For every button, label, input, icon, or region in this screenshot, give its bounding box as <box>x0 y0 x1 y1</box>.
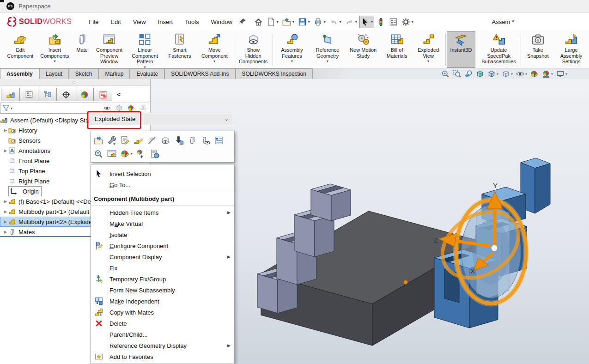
dropdown-caret-icon[interactable]: ▾ <box>551 72 553 76</box>
expand-arrow-icon[interactable]: ▶ <box>3 199 8 204</box>
menu-item-add-to-favorites[interactable]: Add to Favorites <box>91 351 234 362</box>
ribbon-edit-component-button[interactable]: Edit Component <box>4 31 37 68</box>
ribbon-smart-fasteners-button[interactable]: Smart Fasteners <box>163 31 197 68</box>
eye-button[interactable] <box>101 103 113 114</box>
zoom-to-selection-button[interactable] <box>94 149 103 158</box>
options-list-button[interactable] <box>388 16 399 28</box>
menu-item-invert-selection[interactable]: Invert Selection <box>91 168 234 179</box>
tab-solidworks-inspection[interactable]: SOLIDWORKS Inspection <box>236 68 313 79</box>
dropdown-caret-icon[interactable]: ▾ <box>291 59 293 63</box>
appearance-part-button[interactable] <box>134 136 143 145</box>
ribbon-component-preview-button[interactable]: Component Preview Window <box>91 31 127 68</box>
ribbon-large-assembly-button[interactable]: Large Assembly Settings <box>553 31 589 68</box>
dropdown-caret-icon[interactable]: ▾ <box>131 152 133 156</box>
ribbon-exploded-view-button[interactable]: Exploded View▾ <box>413 31 443 68</box>
menu-tools[interactable]: Tools <box>180 16 204 28</box>
ribbon-instant3d-button[interactable]: Instant3D <box>447 31 475 68</box>
panel-tab-dimxpertmanager[interactable] <box>56 88 75 101</box>
ghost-eye-button[interactable] <box>137 103 149 114</box>
ribbon-speedpak-button[interactable]: Update SpeedPak Subassemblies <box>478 31 519 68</box>
dropdown-caret-icon[interactable]: ▾ <box>565 72 567 76</box>
apply-scene-button[interactable]: ▾ <box>542 70 553 78</box>
dropdown-caret-icon[interactable]: ▾ <box>497 72 498 76</box>
expand-arrow-icon[interactable]: ▶ <box>3 148 8 153</box>
splitter-handle-icon[interactable] <box>73 81 75 84</box>
view-mates-button[interactable] <box>201 136 210 145</box>
panel-tab-inspection[interactable] <box>93 88 112 101</box>
material-button[interactable] <box>150 149 159 158</box>
menu-item-configure-component[interactable]: Configure Component <box>91 240 234 251</box>
menu-item-hidden-tree-items[interactable]: Hidden Tree Items▶ <box>91 207 234 218</box>
panel-splitter[interactable] <box>0 79 150 86</box>
ribbon-reference-geometry-button[interactable]: Reference Geometry▾ <box>310 31 346 68</box>
home-button[interactable] <box>253 16 264 28</box>
ribbon-motion-study-button[interactable]: New Motion Study <box>346 31 381 68</box>
print-button[interactable]: ▾ <box>312 16 327 28</box>
edit-appearance-button[interactable] <box>530 70 539 78</box>
ribbon-bom-button[interactable]: Bill of Materials <box>381 31 413 68</box>
ribbon-assembly-features-button[interactable]: Assembly Features▾ <box>274 31 310 68</box>
ribbon-move-component-button[interactable]: Move Component▾ <box>197 31 232 68</box>
dropdown-caret-icon[interactable]: ▾ <box>308 20 310 24</box>
tab-sketch[interactable]: Sketch <box>69 68 99 79</box>
menu-item-temporary-fix-group[interactable]: Temporary Fix/Group <box>91 273 234 285</box>
zoom-area-button[interactable] <box>453 70 461 78</box>
zoom-fit-button[interactable] <box>441 70 449 78</box>
dropdown-caret-icon[interactable]: ▾ <box>412 20 413 24</box>
menu-item-reference-geometry-display[interactable]: Reference Geometry Display▶ <box>91 340 234 351</box>
tab-assembly[interactable]: Assembly <box>0 68 39 79</box>
dropdown-caret-icon[interactable]: ▾ <box>525 72 527 76</box>
tree-filter-input[interactable]: ▾ <box>0 103 101 114</box>
tab-evaluate[interactable]: Evaluate <box>130 68 164 79</box>
dropdown-caret-icon[interactable]: ▾ <box>427 59 429 63</box>
tab-markup[interactable]: Markup <box>98 68 130 79</box>
redo-button[interactable]: ▾ <box>344 16 358 28</box>
menu-insert[interactable]: Insert <box>153 16 178 28</box>
dropdown-caret-icon[interactable]: ▾ <box>324 20 326 24</box>
section-view-button[interactable] <box>476 70 484 78</box>
menu-item-isolate[interactable]: Isolate <box>91 229 234 240</box>
panel-tab-displaymanager[interactable] <box>75 88 94 101</box>
triad-center-handle[interactable] <box>491 245 498 251</box>
menu-view[interactable]: View <box>128 16 151 28</box>
tab-solidworks-add-ins[interactable]: SOLIDWORKS Add-Ins <box>164 68 235 79</box>
insert-part-arrow-button[interactable] <box>174 136 183 145</box>
menu-item-parent-child[interactable]: Parent/Child... <box>91 329 234 340</box>
edit-doc-button[interactable] <box>121 136 130 145</box>
appearance-target-button[interactable] <box>137 149 146 158</box>
selection-point[interactable] <box>404 280 408 285</box>
expand-arrow-icon[interactable]: ▶ <box>3 219 8 224</box>
edit-part-button[interactable] <box>107 136 116 145</box>
dropdown-caret-icon[interactable]: ▾ <box>355 20 357 24</box>
expand-arrow-icon[interactable]: ▶ <box>3 128 8 133</box>
menu-file[interactable]: File <box>84 16 103 28</box>
expand-arrow-icon[interactable]: ▶ <box>3 209 8 214</box>
menu-item-save-selection[interactable]: Save Selection▶ <box>91 362 234 364</box>
ribbon-linear-pattern-button[interactable]: Linear Component Pattern▾ <box>127 31 163 68</box>
menu-window[interactable]: Window <box>206 16 237 28</box>
dropdown-caret-icon[interactable]: ▾ <box>292 20 294 24</box>
ribbon-show-hidden-button[interactable]: Show Hidden Components <box>236 31 271 68</box>
ribbon-mate-button[interactable]: Mate <box>73 31 91 68</box>
hide-component-button[interactable] <box>147 136 157 145</box>
menu-item-component-display[interactable]: Component Display▶ <box>91 251 234 262</box>
menu-item-delete[interactable]: Delete <box>91 318 234 329</box>
cube-ghost-button[interactable] <box>113 103 125 114</box>
save-button[interactable]: ▾ <box>297 16 311 28</box>
menu-edit[interactable]: Edit <box>105 16 126 28</box>
dropdown-caret-icon[interactable]: ▾ <box>371 20 373 24</box>
dropdown-caret-icon[interactable]: ▾ <box>277 20 279 24</box>
open-button[interactable]: ▾ <box>281 16 296 28</box>
display-style-button[interactable]: ▾ <box>502 70 513 78</box>
dropdown-caret-icon[interactable]: ▾ <box>213 59 215 63</box>
pin-icon[interactable] <box>239 18 246 26</box>
mate-button[interactable] <box>188 136 197 145</box>
panel-tab-featuremanager[interactable] <box>1 88 20 101</box>
menu-item-fix[interactable]: Fix <box>91 262 234 273</box>
dropdown-caret-icon[interactable]: ▾ <box>54 59 55 63</box>
menu-item-go-to[interactable]: Go To... <box>91 179 234 190</box>
tree-display-button[interactable] <box>214 136 224 145</box>
select-cursor-button[interactable]: ▾ <box>359 16 374 28</box>
previous-view-button[interactable] <box>464 70 473 78</box>
panel-tab-configurationmanager[interactable] <box>38 88 57 101</box>
